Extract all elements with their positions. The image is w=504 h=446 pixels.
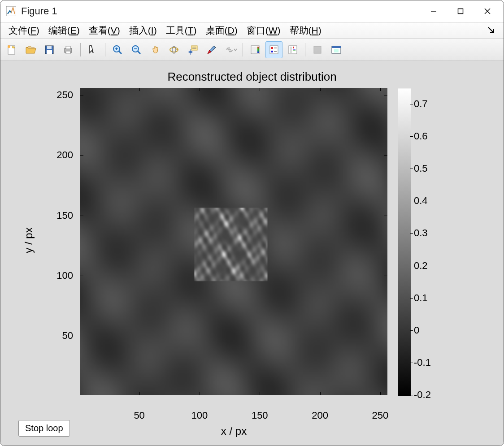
- save-figure-button[interactable]: [41, 41, 58, 58]
- x-axis-label: x / px: [80, 425, 387, 437]
- insert-legend-button[interactable]: [265, 41, 282, 58]
- toolbar: [0, 39, 504, 61]
- open-file-button[interactable]: [22, 41, 39, 58]
- menu-tools[interactable]: 工具(T): [161, 22, 201, 39]
- colorbar[interactable]: [398, 88, 411, 396]
- colorbar-tick-label: 0.3: [414, 227, 428, 239]
- brush-button[interactable]: [203, 41, 220, 58]
- edit-plot-button[interactable]: [84, 41, 101, 58]
- insert-colorbar-button[interactable]: [247, 41, 264, 58]
- colorbar-tick-label: 0.5: [414, 163, 428, 174]
- zoom-out-button[interactable]: [128, 41, 145, 58]
- zoom-in-button[interactable]: [109, 41, 126, 58]
- rotate-3d-button[interactable]: [165, 41, 182, 58]
- y-tick-label: 50: [46, 330, 73, 342]
- new-figure-button[interactable]: [3, 41, 20, 58]
- svg-rect-8: [47, 46, 52, 49]
- axes-title: Reconstructed object distribution: [0, 70, 504, 84]
- svg-rect-42: [314, 46, 321, 53]
- svg-rect-44: [332, 46, 341, 48]
- y-tick-label: 250: [46, 89, 73, 101]
- colorbar-tick-label: 0.1: [414, 292, 428, 304]
- x-tick-label: 150: [246, 410, 273, 421]
- menu-insert[interactable]: 插入(I): [125, 22, 161, 39]
- y-tick-label: 200: [46, 149, 73, 161]
- svg-rect-31: [257, 47, 259, 53]
- heatmap-image[interactable]: [80, 88, 387, 395]
- link-data-button[interactable]: [222, 41, 239, 58]
- menu-view[interactable]: 查看(V): [84, 22, 125, 39]
- svg-line-14: [119, 51, 122, 54]
- maximize-button[interactable]: [447, 0, 474, 22]
- pan-button[interactable]: [147, 41, 164, 58]
- dock-icon[interactable]: [487, 26, 500, 35]
- svg-rect-32: [270, 46, 278, 54]
- svg-rect-11: [66, 46, 70, 49]
- colorbar-tick-label: -0.2: [414, 389, 431, 401]
- svg-line-18: [138, 51, 140, 54]
- svg-rect-41: [290, 47, 292, 53]
- colorbar-tick-label: 0.6: [414, 130, 428, 142]
- figure-window: Figure 1 文件(F) 编辑(E) 查看(V) 插入(I) 工具(T) 桌…: [0, 0, 504, 446]
- figure-axes-area: Reconstructed object distribution y / px…: [0, 61, 504, 446]
- svg-rect-34: [271, 51, 273, 52]
- svg-rect-22: [191, 46, 197, 50]
- svg-rect-38: [293, 47, 294, 48]
- menubar: 文件(F) 编辑(E) 查看(V) 插入(I) 工具(T) 桌面(D) 窗口(W…: [0, 22, 504, 39]
- minimize-button[interactable]: [420, 0, 447, 22]
- data-cursor-button[interactable]: [184, 41, 201, 58]
- colorbar-tick-label: 0: [414, 325, 419, 336]
- y-tick-label: 100: [46, 270, 73, 281]
- window-title: Figure 1: [21, 5, 57, 17]
- y-axis-label: y / px: [22, 227, 35, 253]
- stop-loop-button[interactable]: Stop loop: [18, 420, 70, 437]
- print-figure-button[interactable]: [60, 41, 77, 58]
- colorbar-tick-label: 0.2: [414, 260, 428, 272]
- svg-rect-9: [47, 50, 52, 54]
- colorbar-tick-label: -0.1: [414, 357, 431, 368]
- menu-edit[interactable]: 编辑(E): [44, 22, 84, 39]
- hide-plot-tools-button[interactable]: [284, 41, 301, 58]
- colorbar-tick-label: 0.4: [414, 195, 428, 207]
- menu-file[interactable]: 文件(F): [4, 22, 44, 39]
- titlebar: Figure 1: [0, 0, 504, 22]
- matlab-icon: [6, 6, 17, 17]
- menu-desktop[interactable]: 桌面(D): [201, 22, 242, 39]
- svg-rect-0: [6, 6, 16, 16]
- svg-rect-30: [252, 47, 257, 53]
- show-tools-button[interactable]: [328, 41, 345, 58]
- x-tick-label: 250: [367, 410, 394, 421]
- colorbar-tick-label: 0.7: [414, 98, 428, 110]
- svg-point-6: [8, 45, 10, 48]
- y-tick-label: 150: [46, 210, 73, 221]
- x-tick-label: 100: [186, 410, 213, 421]
- x-tick-label: 200: [307, 410, 334, 421]
- hide-tools-button[interactable]: [309, 41, 326, 58]
- menu-help[interactable]: 帮助(H): [285, 22, 326, 39]
- svg-rect-45: [334, 49, 339, 52]
- close-button[interactable]: [474, 0, 501, 22]
- svg-rect-12: [66, 51, 70, 54]
- x-tick-label: 50: [126, 410, 153, 421]
- svg-rect-33: [271, 47, 273, 49]
- svg-rect-2: [458, 9, 463, 14]
- menu-window[interactable]: 窗口(W): [242, 22, 285, 39]
